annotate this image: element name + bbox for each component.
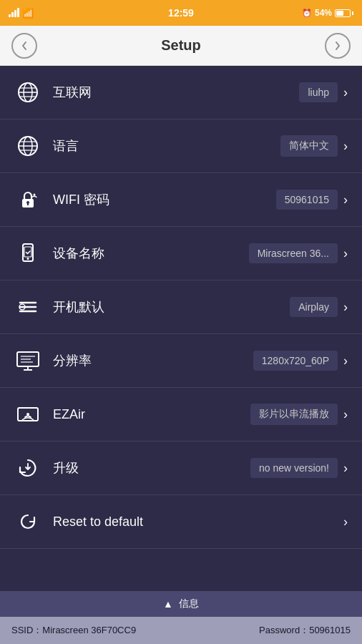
internet-label: 互联网 [53,84,92,101]
cast-icon [14,401,41,428]
default-boot-value: Airplay [290,297,338,317]
menu-item-upgrade[interactable]: 升级 no new version! › [0,441,362,495]
menu-item-wifi-password[interactable]: WIFI 密码 50961015 › [0,173,362,227]
back-button[interactable] [11,33,37,59]
page-title: Setup [161,37,201,54]
language-value: 简体中文 [280,135,338,157]
battery-icon [335,9,353,17]
reset-icon [14,508,41,535]
refresh-icon [14,454,41,482]
device-icon [14,240,41,267]
status-bar: 📶 12:59 ⏰ 54% [0,0,362,26]
language-icon [14,132,41,160]
svg-point-16 [27,258,29,260]
ezair-value: 影片以串流播放 [250,404,338,425]
password-text: Password：50961015 [259,624,351,637]
resolution-label: 分辨率 [53,352,92,369]
reset-chevron: › [343,514,348,530]
status-right: ⏰ 54% [302,8,353,18]
header: Setup [0,26,362,66]
reset-label: Reset to default [53,514,143,530]
battery-percent: 54% [315,8,332,18]
menu-content: 互联网 liuhp › 语言 简体中文 › [0,66,362,549]
menu-item-internet[interactable]: 互联网 liuhp › [0,66,362,119]
wifi-password-value: 50961015 [276,190,338,210]
menu-item-resolution[interactable]: 分辨率 1280x720_60P › [0,334,362,388]
device-name-chevron: › [343,246,348,261]
info-arrow-icon: ▲ [163,598,173,610]
menu-item-ezair[interactable]: EZAir 影片以串流播放 › [0,388,362,441]
svg-point-28 [26,413,29,416]
ssid-text: SSID：Mirascreen 36F70CC9 [11,624,136,637]
language-chevron: › [343,139,348,154]
alarm-icon: ⏰ [302,9,312,18]
internet-icon [14,79,41,106]
ezair-chevron: › [343,407,348,422]
internet-value: liuhp [299,82,338,102]
resolution-value: 1280x720_60P [253,351,338,371]
wifi-lock-icon [14,186,41,213]
internet-chevron: › [343,85,348,100]
svg-rect-13 [27,203,29,205]
screen-icon [14,347,41,374]
menu-list-icon [14,293,41,321]
menu-item-device-name[interactable]: 设备名称 Mirascreen 36... › [0,227,362,280]
device-name-value: Mirascreen 36... [249,243,338,263]
wifi-status-icon: 📶 [22,8,34,19]
language-label: 语言 [53,137,79,155]
device-name-label: 设备名称 [53,245,104,262]
info-label: 信息 [179,597,199,610]
default-boot-label: 开机默认 [53,298,104,316]
resolution-chevron: › [343,353,348,369]
forward-button[interactable] [325,33,351,59]
status-time: 12:59 [168,7,194,19]
upgrade-label: 升级 [53,459,79,477]
wifi-password-label: WIFI 密码 [53,191,109,208]
upgrade-chevron: › [343,461,348,476]
info-content: SSID：Mirascreen 36F70CC9 Password：509610… [0,617,362,644]
wifi-password-chevron: › [343,192,348,208]
menu-item-language[interactable]: 语言 简体中文 › [0,119,362,173]
svg-point-11 [34,194,36,196]
menu-item-reset[interactable]: Reset to default › [0,495,362,549]
default-boot-chevron: › [343,300,348,315]
menu-item-default-boot[interactable]: 开机默认 Airplay › [0,280,362,334]
signal-bars-icon [9,9,19,17]
status-left: 📶 [9,8,34,19]
svg-rect-15 [24,247,31,257]
upgrade-value: no new version! [250,458,338,478]
bottom-bar: ▲ 信息 SSID：Mirascreen 36F70CC9 Password：5… [0,591,362,644]
ezair-label: EZAir [53,407,85,422]
info-toggle[interactable]: ▲ 信息 [0,591,362,617]
